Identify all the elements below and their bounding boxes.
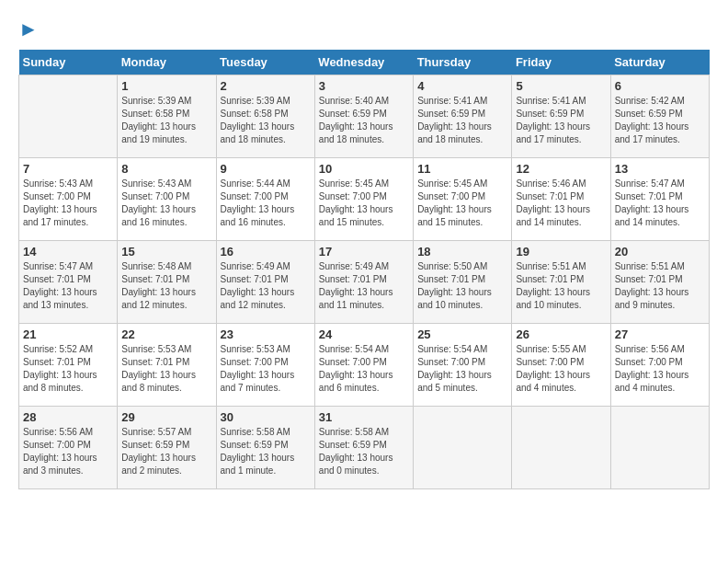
logo-text: ► [18, 18, 39, 40]
calendar-cell: 31Sunrise: 5:58 AM Sunset: 6:59 PM Dayli… [314, 407, 413, 489]
day-info: Sunrise: 5:39 AM Sunset: 6:58 PM Dayligh… [221, 95, 311, 146]
header-friday: Friday [512, 50, 610, 75]
header-thursday: Thursday [414, 50, 512, 75]
day-number: 4 [417, 79, 507, 93]
calendar-cell: 25Sunrise: 5:54 AM Sunset: 7:00 PM Dayli… [414, 324, 512, 407]
day-number: 21 [23, 327, 113, 341]
day-number: 3 [319, 79, 409, 93]
day-number: 27 [615, 327, 705, 341]
day-info: Sunrise: 5:54 AM Sunset: 7:00 PM Dayligh… [417, 343, 507, 395]
day-number: 28 [23, 410, 113, 424]
day-info: Sunrise: 5:57 AM Sunset: 6:59 PM Dayligh… [121, 426, 211, 477]
day-info: Sunrise: 5:53 AM Sunset: 7:00 PM Dayligh… [221, 343, 311, 395]
day-number: 8 [121, 162, 211, 176]
calendar-cell: 28Sunrise: 5:56 AM Sunset: 7:00 PM Dayli… [19, 407, 118, 489]
day-info: Sunrise: 5:50 AM Sunset: 7:01 PM Dayligh… [417, 260, 507, 312]
day-number: 17 [319, 245, 409, 259]
calendar-cell: 27Sunrise: 5:56 AM Sunset: 7:00 PM Dayli… [610, 324, 709, 407]
day-number: 2 [221, 79, 311, 93]
day-info: Sunrise: 5:52 AM Sunset: 7:01 PM Dayligh… [23, 343, 113, 395]
day-number: 24 [319, 327, 409, 341]
day-number: 7 [23, 162, 113, 176]
day-info: Sunrise: 5:58 AM Sunset: 6:59 PM Dayligh… [319, 426, 409, 477]
header-sunday: Sunday [19, 50, 118, 75]
calendar-cell: 14Sunrise: 5:47 AM Sunset: 7:01 PM Dayli… [19, 241, 118, 324]
calendar-cell: 16Sunrise: 5:49 AM Sunset: 7:01 PM Dayli… [216, 241, 314, 324]
day-number: 22 [121, 327, 211, 341]
logo: ► [18, 18, 39, 40]
calendar-cell: 5Sunrise: 5:41 AM Sunset: 6:59 PM Daylig… [512, 75, 610, 158]
calendar-cell: 21Sunrise: 5:52 AM Sunset: 7:01 PM Dayli… [19, 324, 118, 407]
calendar-cell: 8Sunrise: 5:43 AM Sunset: 7:00 PM Daylig… [118, 158, 216, 241]
day-info: Sunrise: 5:41 AM Sunset: 6:59 PM Dayligh… [516, 95, 606, 146]
calendar-cell: 12Sunrise: 5:46 AM Sunset: 7:01 PM Dayli… [512, 158, 610, 241]
header-tuesday: Tuesday [216, 50, 314, 75]
calendar-cell: 15Sunrise: 5:48 AM Sunset: 7:01 PM Dayli… [118, 241, 216, 324]
day-number: 15 [121, 245, 211, 259]
calendar-cell: 13Sunrise: 5:47 AM Sunset: 7:01 PM Dayli… [610, 158, 709, 241]
day-number: 10 [319, 162, 409, 176]
day-info: Sunrise: 5:54 AM Sunset: 7:00 PM Dayligh… [319, 343, 409, 395]
day-number: 11 [417, 162, 507, 176]
calendar-table: SundayMondayTuesdayWednesdayThursdayFrid… [18, 50, 710, 489]
day-number: 20 [615, 245, 705, 259]
calendar-week-row: 1Sunrise: 5:39 AM Sunset: 6:58 PM Daylig… [19, 75, 710, 158]
day-number: 29 [121, 410, 211, 424]
day-number: 5 [516, 79, 606, 93]
header-wednesday: Wednesday [314, 50, 413, 75]
day-number: 18 [417, 245, 507, 259]
calendar-cell: 30Sunrise: 5:58 AM Sunset: 6:59 PM Dayli… [216, 407, 314, 489]
day-info: Sunrise: 5:49 AM Sunset: 7:01 PM Dayligh… [221, 260, 311, 312]
day-info: Sunrise: 5:45 AM Sunset: 7:00 PM Dayligh… [417, 178, 507, 229]
calendar-cell: 22Sunrise: 5:53 AM Sunset: 7:01 PM Dayli… [118, 324, 216, 407]
day-info: Sunrise: 5:56 AM Sunset: 7:00 PM Dayligh… [23, 426, 113, 477]
calendar-week-row: 14Sunrise: 5:47 AM Sunset: 7:01 PM Dayli… [19, 241, 710, 324]
calendar-cell: 11Sunrise: 5:45 AM Sunset: 7:00 PM Dayli… [414, 158, 512, 241]
calendar-week-row: 28Sunrise: 5:56 AM Sunset: 7:00 PM Dayli… [19, 407, 710, 489]
day-number: 31 [319, 410, 409, 424]
calendar-cell: 3Sunrise: 5:40 AM Sunset: 6:59 PM Daylig… [314, 75, 413, 158]
calendar-cell: 10Sunrise: 5:45 AM Sunset: 7:00 PM Dayli… [314, 158, 413, 241]
calendar-cell: 29Sunrise: 5:57 AM Sunset: 6:59 PM Dayli… [118, 407, 216, 489]
calendar-cell [414, 407, 512, 489]
calendar-cell [19, 75, 118, 158]
calendar-cell: 23Sunrise: 5:53 AM Sunset: 7:00 PM Dayli… [216, 324, 314, 407]
day-info: Sunrise: 5:39 AM Sunset: 6:58 PM Dayligh… [121, 95, 211, 146]
day-info: Sunrise: 5:41 AM Sunset: 6:59 PM Dayligh… [417, 95, 507, 146]
calendar-cell: 6Sunrise: 5:42 AM Sunset: 6:59 PM Daylig… [610, 75, 709, 158]
calendar-cell: 26Sunrise: 5:55 AM Sunset: 7:00 PM Dayli… [512, 324, 610, 407]
calendar-cell [610, 407, 709, 489]
day-number: 9 [221, 162, 311, 176]
calendar-cell: 1Sunrise: 5:39 AM Sunset: 6:58 PM Daylig… [118, 75, 216, 158]
calendar-cell: 18Sunrise: 5:50 AM Sunset: 7:01 PM Dayli… [414, 241, 512, 324]
day-number: 25 [417, 327, 507, 341]
day-info: Sunrise: 5:47 AM Sunset: 7:01 PM Dayligh… [615, 178, 705, 229]
day-number: 14 [23, 245, 113, 259]
day-info: Sunrise: 5:55 AM Sunset: 7:00 PM Dayligh… [516, 343, 606, 395]
header-saturday: Saturday [610, 50, 709, 75]
day-info: Sunrise: 5:51 AM Sunset: 7:01 PM Dayligh… [516, 260, 606, 312]
day-info: Sunrise: 5:45 AM Sunset: 7:00 PM Dayligh… [319, 178, 409, 229]
calendar-cell: 7Sunrise: 5:43 AM Sunset: 7:00 PM Daylig… [19, 158, 118, 241]
day-number: 12 [516, 162, 606, 176]
calendar-header-row: SundayMondayTuesdayWednesdayThursdayFrid… [19, 50, 710, 75]
day-number: 13 [615, 162, 705, 176]
day-info: Sunrise: 5:48 AM Sunset: 7:01 PM Dayligh… [121, 260, 211, 312]
calendar-cell: 9Sunrise: 5:44 AM Sunset: 7:00 PM Daylig… [216, 158, 314, 241]
calendar-week-row: 21Sunrise: 5:52 AM Sunset: 7:01 PM Dayli… [19, 324, 710, 407]
page-header: ► [18, 18, 710, 40]
day-info: Sunrise: 5:47 AM Sunset: 7:01 PM Dayligh… [23, 260, 113, 312]
day-number: 16 [221, 245, 311, 259]
calendar-cell: 4Sunrise: 5:41 AM Sunset: 6:59 PM Daylig… [414, 75, 512, 158]
day-number: 19 [516, 245, 606, 259]
day-info: Sunrise: 5:43 AM Sunset: 7:00 PM Dayligh… [121, 178, 211, 229]
day-number: 1 [121, 79, 211, 93]
day-info: Sunrise: 5:40 AM Sunset: 6:59 PM Dayligh… [319, 95, 409, 146]
calendar-week-row: 7Sunrise: 5:43 AM Sunset: 7:00 PM Daylig… [19, 158, 710, 241]
calendar-cell [512, 407, 610, 489]
day-info: Sunrise: 5:44 AM Sunset: 7:00 PM Dayligh… [221, 178, 311, 229]
logo-bird-icon: ► [18, 17, 39, 40]
day-info: Sunrise: 5:43 AM Sunset: 7:00 PM Dayligh… [23, 178, 113, 229]
day-info: Sunrise: 5:58 AM Sunset: 6:59 PM Dayligh… [221, 426, 311, 477]
calendar-cell: 20Sunrise: 5:51 AM Sunset: 7:01 PM Dayli… [610, 241, 709, 324]
